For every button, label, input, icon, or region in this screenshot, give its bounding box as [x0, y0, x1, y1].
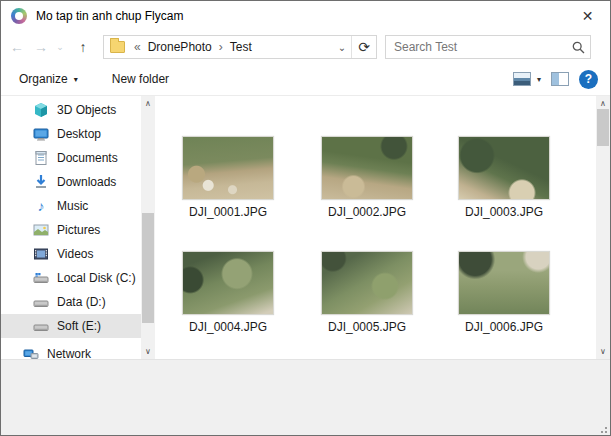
sidebar-item-label: Soft (E:): [57, 319, 101, 333]
forward-button[interactable]: →: [29, 35, 53, 59]
preview-pane-button[interactable]: [551, 72, 569, 86]
sidebar-item-music[interactable]: ♪ Music: [1, 194, 141, 218]
address-dropdown-button[interactable]: ⌄: [333, 42, 351, 53]
sidebar-item-label: Local Disk (C:): [57, 271, 136, 285]
command-toolbar: Organize ▾ New folder ▾ ?: [1, 63, 610, 96]
refresh-button[interactable]: ⟳: [351, 36, 376, 58]
system-drive-icon: [33, 270, 49, 286]
file-item[interactable]: DJI_0005.JPG: [301, 251, 433, 334]
sidebar-item-label: Network: [47, 347, 91, 359]
search-input[interactable]: [386, 40, 566, 54]
file-item[interactable]: DJI_0006.JPG: [438, 251, 570, 334]
file-thumbnail: [321, 136, 413, 200]
organize-label: Organize: [19, 72, 68, 86]
network-icon: [23, 346, 39, 359]
organize-button[interactable]: Organize ▾: [9, 66, 88, 92]
recent-locations-button[interactable]: ⌄: [53, 35, 67, 59]
file-name: DJI_0001.JPG: [162, 205, 294, 219]
file-thumbnail: [182, 136, 274, 200]
sidebar-item-label: Videos: [57, 247, 93, 261]
sidebar-item-pictures[interactable]: Pictures: [1, 218, 141, 242]
drive-icon: [33, 318, 49, 334]
breadcrumb-test[interactable]: Test: [230, 40, 252, 54]
sidebar-item-label: Downloads: [57, 175, 116, 189]
up-arrow-icon: ↑: [80, 39, 87, 55]
sidebar-item-data-d[interactable]: Data (D:): [1, 290, 141, 314]
help-button[interactable]: ?: [579, 70, 598, 89]
drive-icon: [33, 294, 49, 310]
chevron-down-icon: ⌄: [338, 42, 346, 53]
file-item[interactable]: DJI_0003.JPG: [438, 136, 570, 219]
file-name: DJI_0006.JPG: [438, 320, 570, 334]
sidebar-item-local-disk-c[interactable]: Local Disk (C:): [1, 266, 141, 290]
file-thumbnail: [182, 251, 274, 315]
app-logo-icon: [11, 8, 27, 24]
monitor-icon: [33, 126, 49, 142]
breadcrumb-separator-icon[interactable]: ›: [219, 40, 223, 54]
scroll-up-icon[interactable]: ∧: [141, 96, 155, 111]
sidebar-item-label: Desktop: [57, 127, 101, 141]
up-button[interactable]: ↑: [71, 35, 95, 59]
file-item[interactable]: DJI_0002.JPG: [301, 136, 433, 219]
sidebar-item-videos[interactable]: Videos: [1, 242, 141, 266]
title-bar: Mo tap tin anh chup Flycam ✕: [1, 1, 610, 31]
refresh-icon: ⟳: [358, 39, 370, 55]
music-note-icon: ♪: [33, 198, 49, 214]
scroll-down-icon[interactable]: ∨: [141, 344, 155, 359]
scroll-down-icon[interactable]: ∨: [596, 344, 610, 359]
close-button[interactable]: ✕: [565, 1, 610, 30]
file-list-scrollbar[interactable]: ∧ ∨: [596, 96, 610, 359]
open-file-dialog: Mo tap tin anh chup Flycam ✕ ← → ⌄ ↑ « D…: [0, 0, 611, 436]
download-arrow-icon: [33, 174, 49, 190]
breadcrumb-dronephoto[interactable]: DronePhoto: [148, 40, 212, 54]
sidebar-item-label: Data (D:): [57, 295, 106, 309]
dialog-body: 3D Objects Desktop Documents Downloads ♪…: [1, 96, 610, 359]
toolbar-right-group: ▾ ?: [513, 70, 598, 89]
sidebar-scrollbar-thumb[interactable]: [142, 213, 154, 323]
sidebar-item-desktop[interactable]: Desktop: [1, 122, 141, 146]
chevron-down-icon: ▾: [537, 75, 541, 84]
forward-arrow-icon: →: [34, 39, 48, 55]
file-item[interactable]: DJI_0004.JPG: [162, 251, 294, 334]
back-arrow-icon: ←: [10, 39, 24, 55]
file-thumbnail: [458, 251, 550, 315]
change-view-button[interactable]: [513, 72, 531, 86]
sidebar-item-network[interactable]: Network: [1, 342, 141, 359]
sidebar-item-soft-e[interactable]: Soft (E:): [1, 314, 141, 338]
picture-icon: [33, 222, 49, 238]
navigation-row: ← → ⌄ ↑ « DronePhoto › Test ⌄ ⟳: [1, 31, 610, 63]
file-name: DJI_0003.JPG: [438, 205, 570, 219]
view-options-dropdown[interactable]: ▾: [537, 75, 541, 84]
file-list-scrollbar-thumb[interactable]: [597, 109, 609, 146]
sidebar-item-3d-objects[interactable]: 3D Objects: [1, 98, 141, 122]
sidebar-item-label: Pictures: [57, 223, 100, 237]
navigation-sidebar: 3D Objects Desktop Documents Downloads ♪…: [1, 96, 156, 359]
back-button[interactable]: ←: [5, 35, 29, 59]
file-name: DJI_0004.JPG: [162, 320, 294, 334]
new-folder-button[interactable]: New folder: [102, 66, 179, 92]
close-icon: ✕: [582, 8, 594, 24]
dialog-title: Mo tap tin anh chup Flycam: [36, 9, 183, 23]
file-name: DJI_0005.JPG: [301, 320, 433, 334]
address-bar[interactable]: « DronePhoto › Test ⌄ ⟳: [103, 35, 377, 59]
resize-grip[interactable]: [598, 424, 607, 433]
help-icon: ?: [585, 72, 592, 86]
file-list: DJI_0001.JPG DJI_0002.JPG DJI_0003.JPG D…: [156, 96, 610, 359]
file-name: DJI_0002.JPG: [301, 205, 433, 219]
file-item[interactable]: DJI_0001.JPG: [162, 136, 294, 219]
sidebar-item-documents[interactable]: Documents: [1, 146, 141, 170]
sidebar-item-label: 3D Objects: [57, 103, 116, 117]
film-icon: [33, 246, 49, 262]
search-box: [385, 35, 591, 59]
sidebar-item-downloads[interactable]: Downloads: [1, 170, 141, 194]
new-folder-label: New folder: [112, 72, 169, 86]
file-thumbnail: [458, 136, 550, 200]
sidebar-item-label: Music: [57, 199, 88, 213]
chevron-down-icon: ⌄: [56, 42, 64, 52]
file-thumbnail: [321, 251, 413, 315]
dialog-footer: File name: ⌄ Anh Flycam (*.jpg) ⌄ Open C…: [1, 359, 610, 436]
breadcrumb-overflow-chevron[interactable]: «: [134, 40, 141, 54]
search-icon[interactable]: [566, 41, 590, 54]
sidebar-scrollbar[interactable]: ∧ ∨: [141, 96, 155, 359]
chevron-down-icon: ▾: [74, 75, 78, 84]
